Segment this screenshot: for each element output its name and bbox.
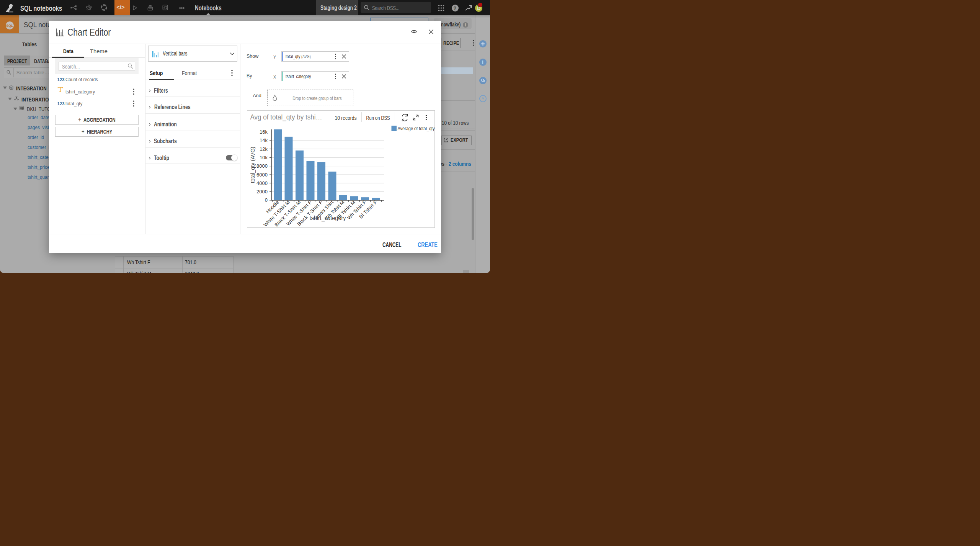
svg-text:0: 0 [265,197,267,203]
svg-text:Avg of total_qty by tshi…: Avg of total_qty by tshi… [250,113,322,121]
svg-text:14k: 14k [260,137,268,143]
svg-text:12k: 12k [260,146,268,152]
svg-text:tshirt_category: tshirt_category [309,214,346,222]
svg-text:SQL: SQL [10,87,13,89]
svg-text:6000: 6000 [256,172,268,177]
svg-text:Run on DSS: Run on DSS [366,114,390,121]
svg-text:10 records: 10 records [335,114,356,121]
svg-text:8000: 8000 [256,163,268,169]
svg-text:10k: 10k [260,154,268,160]
svg-text:2000: 2000 [256,189,268,195]
svg-text:4000: 4000 [256,180,268,186]
svg-text:total_qty (AVG): total_qty (AVG) [249,147,256,183]
svg-text:Average of total_qty: Average of total_qty [397,126,434,131]
svg-text:16k: 16k [260,129,268,135]
